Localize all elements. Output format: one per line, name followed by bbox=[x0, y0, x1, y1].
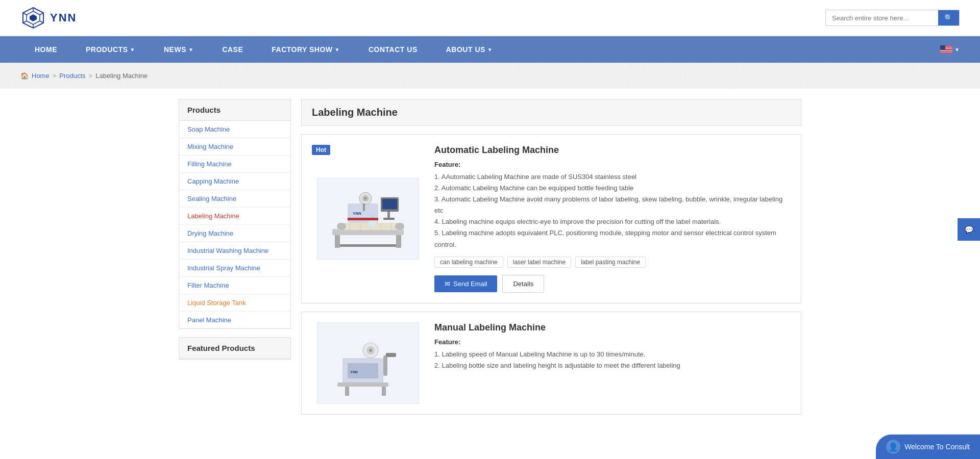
svg-rect-10 bbox=[335, 235, 340, 248]
nav-products-arrow: ▼ bbox=[130, 47, 135, 53]
breadcrumb-home[interactable]: Home bbox=[32, 72, 50, 80]
chat-icon: 💬 bbox=[965, 225, 973, 234]
feature-label-1: Feature: bbox=[434, 161, 791, 168]
nav-factory-show[interactable]: FACTORY SHOW ▼ bbox=[257, 36, 354, 63]
list-item: Sealing Machine bbox=[179, 190, 290, 208]
svg-rect-41 bbox=[337, 382, 388, 387]
feature-item: 3. Automatic Labeling Machine avoid many… bbox=[434, 194, 791, 216]
svg-text:YNN: YNN bbox=[353, 211, 361, 216]
sidebar: Products Soap Machine Mixing Machine Fil… bbox=[179, 99, 291, 368]
labeling-machine-illustration: YNN bbox=[322, 183, 414, 254]
email-icon: ✉ bbox=[445, 280, 450, 288]
breadcrumb: 🏠 Home > Products > Labeling Machine bbox=[20, 72, 960, 80]
nav-case[interactable]: CASE bbox=[208, 36, 257, 63]
nav-factory-arrow: ▼ bbox=[335, 47, 340, 53]
svg-rect-23 bbox=[382, 199, 397, 209]
product-image-2: YNN bbox=[317, 322, 419, 404]
nav-home[interactable]: HOME bbox=[20, 36, 71, 63]
action-buttons-1: ✉ Send Email Details bbox=[434, 275, 791, 293]
sidebar-item-industrial-washing[interactable]: Industrial Washing Machine bbox=[179, 242, 290, 259]
list-item: Industrial Washing Machine bbox=[179, 242, 290, 260]
send-email-button-1[interactable]: ✉ Send Email bbox=[434, 275, 497, 292]
list-item: Labeling Machine bbox=[179, 208, 290, 225]
product-image-1: YNN bbox=[317, 178, 419, 260]
sidebar-item-mixing-machine[interactable]: Mixing Machine bbox=[179, 138, 290, 155]
product-card-1: Hot bbox=[301, 134, 801, 303]
svg-line-5 bbox=[40, 21, 43, 23]
breadcrumb-products[interactable]: Products bbox=[59, 72, 85, 80]
svg-point-28 bbox=[364, 197, 366, 199]
search-button[interactable]: 🔍 bbox=[938, 10, 959, 26]
search-input[interactable] bbox=[826, 11, 938, 26]
svg-text:YNN: YNN bbox=[350, 370, 358, 374]
nav-products[interactable]: PRODUCTS ▼ bbox=[71, 36, 150, 63]
feature-list-1: 1. AAutomatic Labeling Machine are made … bbox=[434, 171, 791, 250]
product-title-1: Automatic Labeling Machine bbox=[434, 145, 791, 156]
svg-point-40 bbox=[369, 349, 372, 352]
list-item: Mixing Machine bbox=[179, 138, 290, 156]
feature-item: 1. AAutomatic Labeling Machine are made … bbox=[434, 171, 791, 183]
tag-label-pasting[interactable]: label pasting machine bbox=[575, 257, 646, 268]
list-item: Capping Machine bbox=[179, 173, 290, 190]
svg-rect-43 bbox=[382, 387, 386, 396]
feature-item: 2. Labeling bottle size and labeling hei… bbox=[434, 360, 791, 371]
nav-contact-us[interactable]: CONTACT US bbox=[354, 36, 432, 63]
product-tags-1: can labeling machine laser label machine… bbox=[434, 257, 791, 268]
list-item: Soap Machine bbox=[179, 121, 290, 138]
logo-area: YNN bbox=[20, 5, 77, 31]
logo-icon bbox=[20, 5, 46, 31]
nav-news[interactable]: NEWS ▼ bbox=[150, 36, 208, 63]
sidebar-item-soap-machine[interactable]: Soap Machine bbox=[179, 121, 290, 138]
sidebar-item-drying-machine[interactable]: Drying Machine bbox=[179, 225, 290, 242]
nav-about-arrow: ▼ bbox=[487, 47, 493, 53]
feature-item: 2. Automatic Labeling Machine can be equ… bbox=[434, 183, 791, 194]
svg-point-14 bbox=[337, 223, 346, 230]
tag-can-labeling[interactable]: can labeling machine bbox=[434, 257, 503, 268]
tag-laser-label[interactable]: laser label machine bbox=[507, 257, 571, 268]
main-nav: HOME PRODUCTS ▼ NEWS ▼ CASE FACTORY SHOW… bbox=[0, 36, 980, 63]
svg-rect-42 bbox=[345, 387, 349, 396]
main-container: Products Soap Machine Mixing Machine Fil… bbox=[158, 89, 822, 433]
feature-item: 4. Labeling machine equips electric-eye … bbox=[434, 216, 791, 227]
sidebar-item-labeling-machine[interactable]: Labeling Machine bbox=[179, 208, 290, 224]
svg-rect-32 bbox=[371, 215, 375, 218]
svg-line-8 bbox=[23, 13, 27, 15]
manual-labeling-machine-illustration: YNN bbox=[322, 327, 414, 399]
svg-marker-2 bbox=[30, 14, 37, 21]
nav-about-us[interactable]: ABOUT US ▼ bbox=[432, 36, 507, 63]
sidebar-item-liquid-storage[interactable]: Liquid Storage Tank bbox=[179, 294, 290, 311]
list-item: Drying Machine bbox=[179, 225, 290, 242]
sidebar-item-filter-machine[interactable]: Filter Machine bbox=[179, 277, 290, 294]
search-area: 🔍 bbox=[825, 10, 960, 26]
feature-item: 5. Labeling machine adopts equivalent PL… bbox=[434, 227, 791, 250]
sidebar-featured-title: Featured Products bbox=[179, 338, 290, 359]
svg-rect-33 bbox=[348, 218, 378, 220]
svg-rect-11 bbox=[396, 235, 401, 248]
details-button-1[interactable]: Details bbox=[502, 275, 544, 293]
svg-point-15 bbox=[395, 223, 404, 230]
list-item: Liquid Storage Tank bbox=[179, 294, 290, 312]
nav-news-arrow: ▼ bbox=[188, 47, 193, 53]
sidebar-item-industrial-spray[interactable]: Industrial Spray Machine bbox=[179, 260, 290, 276]
list-item: Filling Machine bbox=[179, 156, 290, 173]
svg-line-4 bbox=[40, 13, 43, 15]
sidebar-item-capping-machine[interactable]: Capping Machine bbox=[179, 173, 290, 190]
hot-badge: Hot bbox=[312, 145, 330, 155]
product-image-area-2: YNN bbox=[312, 322, 424, 404]
breadcrumb-sep-2: > bbox=[89, 72, 93, 80]
list-item: Panel Machine bbox=[179, 312, 290, 328]
home-icon: 🏠 bbox=[20, 72, 29, 80]
svg-rect-12 bbox=[340, 244, 396, 247]
chat-widget[interactable]: 💬 bbox=[958, 218, 980, 241]
list-item: Industrial Spray Machine bbox=[179, 260, 290, 277]
language-selector[interactable]: ▼ bbox=[940, 45, 960, 54]
sidebar-products-list: Soap Machine Mixing Machine Filling Mach… bbox=[179, 121, 290, 328]
sidebar-item-filling-machine[interactable]: Filling Machine bbox=[179, 156, 290, 172]
language-arrow: ▼ bbox=[954, 47, 960, 53]
content-area: Labeling Machine Hot bbox=[301, 99, 801, 423]
sidebar-item-sealing-machine[interactable]: Sealing Machine bbox=[179, 190, 290, 207]
sidebar-item-panel-machine[interactable]: Panel Machine bbox=[179, 312, 290, 328]
sidebar-featured-section: Featured Products bbox=[179, 337, 291, 360]
product-card-2: YNN Manual Labeling Machine Feature: 1. … bbox=[301, 312, 801, 415]
svg-rect-37 bbox=[386, 353, 396, 357]
